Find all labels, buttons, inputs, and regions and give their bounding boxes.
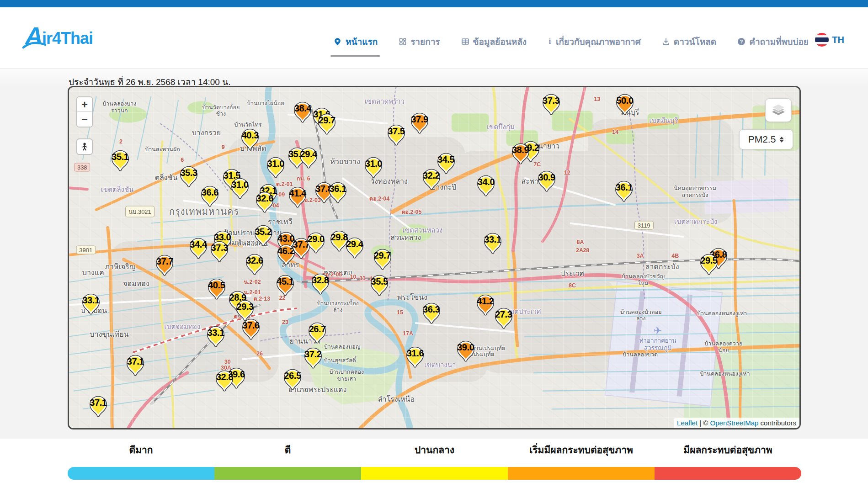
station-value: 29.0	[307, 234, 324, 244]
station-marker[interactable]: 39.0	[457, 340, 474, 361]
parameter-select[interactable]: PM2.5	[739, 129, 793, 149]
nav-item-history[interactable]: ข้อมูลย้อนหลัง	[461, 15, 527, 69]
nav-item-list[interactable]: รายการ	[399, 15, 440, 69]
station-value: 31.0	[365, 159, 382, 169]
station-marker[interactable]: 36.1	[615, 180, 633, 201]
station-marker[interactable]: 45.1	[277, 275, 294, 296]
nav-item-faq[interactable]: ?คำถามที่พบบ่อย	[737, 15, 809, 69]
station-marker[interactable]: 26.7	[309, 323, 326, 344]
station-marker[interactable]: 32.8	[216, 371, 233, 392]
station-marker[interactable]: 46.2	[277, 244, 295, 265]
station-marker[interactable]: 29.7	[318, 113, 335, 134]
layers-button[interactable]	[765, 98, 792, 122]
station-marker[interactable]: 41.4	[289, 187, 306, 208]
station-marker[interactable]: 32.6	[256, 191, 273, 212]
station-value: 40.5	[208, 280, 225, 291]
station-marker[interactable]: 37.5	[388, 125, 405, 146]
station-marker[interactable]: 40.5	[208, 279, 225, 300]
station-marker[interactable]: 30.9	[538, 171, 555, 192]
station-marker[interactable]: 29.7	[374, 249, 391, 270]
station-marker[interactable]: 34.0	[477, 175, 495, 196]
station-marker[interactable]: 31.0	[231, 178, 249, 199]
station-marker[interactable]: 35.2	[255, 225, 272, 246]
station-value: 37.1	[127, 356, 144, 367]
station-marker[interactable]: 38.4	[294, 102, 311, 123]
station-marker[interactable]: 29.4	[346, 237, 363, 258]
station-marker[interactable]: 34.4	[190, 238, 207, 259]
station-value: 35.1	[112, 152, 128, 162]
station-marker[interactable]: 37.7	[156, 255, 173, 276]
station-marker[interactable]: 29.5	[700, 254, 718, 275]
station-marker[interactable]: 35.1	[112, 150, 129, 171]
station-value: 37.1	[90, 398, 107, 408]
map-attribution: Leaflet | © OpenStreetMap contributors	[674, 418, 799, 428]
station-value: 35.3	[180, 167, 197, 178]
svg-text:i: i	[549, 37, 551, 45]
station-marker[interactable]: 31.0	[267, 157, 284, 178]
station-value: 34.0	[478, 177, 495, 187]
station-marker[interactable]: 37.6	[242, 319, 260, 340]
station-marker[interactable]: 31.6	[406, 347, 424, 368]
station-marker[interactable]: 29.8	[330, 231, 348, 252]
language-switcher[interactable]: TH	[815, 33, 844, 47]
station-marker[interactable]: 36.6	[201, 186, 218, 207]
station-marker[interactable]: 29.3	[236, 300, 254, 321]
station-value: 50.0	[616, 95, 633, 106]
station-marker[interactable]: 38.9	[512, 143, 529, 164]
nav-item-home[interactable]: หน้าแรก	[333, 15, 378, 69]
legend-segment	[361, 467, 508, 480]
station-marker[interactable]: 37.2	[304, 348, 322, 369]
station-marker[interactable]: 29.4	[300, 147, 317, 168]
station-marker[interactable]: 37.1	[90, 396, 107, 417]
station-marker[interactable]: 35.3	[180, 166, 197, 187]
select-arrows-icon	[779, 137, 784, 143]
station-value: 29.4	[346, 239, 363, 249]
station-value: 32.8	[312, 275, 329, 286]
station-marker[interactable]: 37.9	[411, 112, 428, 133]
station-marker[interactable]: 26.5	[284, 369, 301, 390]
station-marker[interactable]: 31.0	[365, 157, 382, 178]
station-marker[interactable]: 37.1	[127, 355, 144, 376]
station-marker[interactable]: 35.5	[371, 275, 388, 296]
nav-item-about[interactable]: iเกี่ยวกับคุณภาพอากาศ	[548, 15, 641, 69]
station-marker[interactable]: 33.1	[82, 293, 100, 314]
station-marker[interactable]: 36.3	[423, 303, 440, 324]
station-marker[interactable]: 37.3	[543, 94, 560, 115]
zoom-out-button[interactable]: −	[77, 112, 92, 127]
marker-layer: 31.638.429.737.937.537.350.040.335.135.3…	[69, 87, 799, 428]
openstreetmap-link[interactable]: OpenStreetMap	[710, 419, 759, 427]
station-value: 30.9	[538, 172, 555, 183]
station-marker[interactable]: 33.1	[207, 326, 224, 347]
station-marker[interactable]: 32.6	[246, 254, 263, 275]
nav-item-label: ข้อมูลย้อนหลัง	[473, 35, 527, 48]
legend-color-bar	[68, 467, 801, 480]
station-value: 31.0	[267, 159, 284, 169]
header: A ir4Thai หน้าแรกรายการข้อมูลย้อนหลังiเก…	[0, 7, 868, 69]
station-marker[interactable]: 32.8	[312, 274, 329, 295]
legend-segment	[508, 467, 655, 480]
station-value: 37.2	[304, 349, 321, 360]
station-value: 32.6	[256, 193, 273, 203]
legend-labels: ดีมากดีปานกลางเริ่มมีผลกระทบต่อสุขภาพมีผ…	[68, 442, 801, 457]
locate-me-button[interactable]	[76, 138, 93, 155]
station-marker[interactable]: 27.3	[495, 308, 512, 329]
legend-label: ดี	[214, 442, 361, 457]
map-pin-icon	[333, 37, 342, 46]
leaflet-link[interactable]: Leaflet	[677, 419, 698, 427]
nav-item-label: เกี่ยวกับคุณภาพอากาศ	[556, 35, 641, 48]
station-marker[interactable]: 37.3	[211, 241, 228, 262]
air-quality-map[interactable]: กรุงเทพมหานครบางกรวยตลิ่งชันบางพลัดพญาไท…	[68, 86, 801, 429]
station-marker[interactable]: 32.2	[423, 169, 440, 190]
station-marker[interactable]: 41.2	[477, 295, 494, 316]
air4thai-logo[interactable]: A ir4Thai	[25, 25, 93, 47]
station-marker[interactable]: 36.1	[329, 182, 346, 203]
station-marker[interactable]: 50.0	[616, 94, 634, 115]
legend-label: ดีมาก	[68, 442, 214, 457]
nav-item-download[interactable]: ดาวน์โหลด	[662, 15, 716, 69]
station-value: 41.2	[477, 296, 494, 307]
station-marker[interactable]: 33.1	[484, 233, 501, 254]
nav-item-label: หน้าแรก	[346, 35, 378, 48]
station-marker[interactable]: 40.3	[241, 128, 259, 149]
zoom-in-button[interactable]: +	[77, 97, 92, 112]
station-marker[interactable]: 29.0	[307, 233, 325, 254]
